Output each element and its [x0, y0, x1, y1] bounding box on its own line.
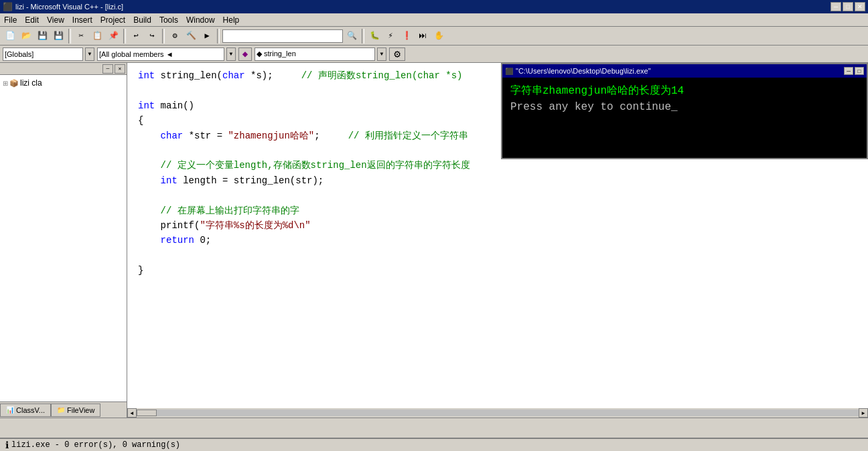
save-button[interactable]: 💾	[35, 29, 50, 43]
output-panel	[0, 418, 868, 438]
app-title: lizi - Microsoft Visual C++ - [lizi.c]	[15, 3, 123, 11]
error-icon[interactable]: ❗	[399, 29, 414, 43]
run-button[interactable]: ▶	[200, 29, 214, 43]
console-output-line2: Press any key to continue_	[510, 99, 859, 115]
code-line-comment2: // 在屏幕上输出打印字符串的字	[138, 203, 857, 218]
console-title-text: "C:\Users\lenovo\Desktop\Debug\lizi.exe"	[516, 67, 651, 75]
build-button[interactable]: 🔨	[184, 29, 198, 43]
next-icon[interactable]: ⏭	[415, 29, 430, 43]
console-icon-box: ⬛	[505, 68, 513, 75]
menu-build[interactable]: Build	[129, 14, 155, 26]
panel-close[interactable]: ✕	[115, 64, 125, 74]
code-line-return: return 0;	[138, 233, 857, 248]
tab-fileview[interactable]: 📁 FileView	[51, 403, 100, 417]
menu-edit[interactable]: Edit	[21, 14, 43, 26]
console-window: ⬛ "C:\Users\lenovo\Desktop\Debug\lizi.ex…	[501, 63, 868, 159]
tree-item-label: lizi cla	[20, 78, 42, 88]
panel-minimize[interactable]: ─	[102, 64, 113, 74]
fileview-label: FileView	[67, 406, 94, 414]
sep2	[123, 29, 126, 43]
find-dropdown[interactable]	[222, 29, 343, 43]
hand-icon[interactable]: ✋	[431, 29, 446, 43]
code-line-comment1: // 定义一个变量length,存储函数string_len返回的字符串的字符长…	[138, 158, 857, 173]
members-dropdown[interactable]: [All global members ◄	[97, 48, 224, 61]
toolbar: 📄 📂 💾 💾 ✂ 📋 📌 ↩ ↪ ⚙ 🔨 ▶ 🔍 🐛 ⚡ ❗ ⏭ ✋	[0, 27, 868, 46]
menu-view[interactable]: View	[43, 14, 68, 26]
sep3	[162, 29, 165, 43]
scroll-left-arrow[interactable]: ◄	[127, 408, 137, 418]
code-line-blank4	[138, 248, 857, 263]
scope-dropdown[interactable]: [Globals]	[3, 48, 83, 61]
status-message: lizi.exe - 0 error(s), 0 warning(s)	[11, 440, 180, 450]
console-title-bar: ⬛ "C:\Users\lenovo\Desktop\Debug\lizi.ex…	[502, 64, 867, 78]
left-panel-content: ⊞ 📦 lizi cla	[0, 75, 127, 91]
code-area[interactable]: int string_len(char *s); // 声明函数string_l…	[127, 63, 868, 418]
app-icon: ⬛	[3, 2, 13, 11]
title-bar: ⬛ lizi - Microsoft Visual C++ - [lizi.c]…	[0, 0, 868, 13]
paste-button[interactable]: 📌	[106, 29, 121, 43]
minimize-button[interactable]: ─	[830, 2, 841, 11]
console-content: 字符串zhamengjun哈哈的长度为14 Press any key to c…	[502, 78, 867, 158]
console-minimize-button[interactable]: ─	[844, 67, 853, 75]
fileview-icon: 📁	[57, 406, 65, 414]
diamond-icon: ◆	[238, 48, 252, 61]
function-dropdown-arrow[interactable]: ▼	[377, 48, 386, 61]
redo-button[interactable]: ↪	[145, 29, 159, 43]
console-controls: ─ □	[844, 67, 864, 75]
scroll-thumb[interactable]	[137, 410, 157, 416]
menu-project[interactable]: Project	[96, 14, 129, 26]
undo-button[interactable]: ↩	[129, 29, 143, 43]
console-icon: ⬛ "C:\Users\lenovo\Desktop\Debug\lizi.ex…	[505, 67, 651, 75]
maximize-button[interactable]: □	[843, 2, 853, 11]
horizontal-scrollbar[interactable]: ◄ ►	[127, 408, 868, 418]
tree-class-icon: 📦	[9, 79, 19, 88]
code-line-printf: printf("字符串%s的长度为%d\n"	[138, 218, 857, 233]
left-panel: ─ ✕ ⊞ 📦 lizi cla 📊 ClassV... 📁 FileView	[0, 63, 127, 418]
title-bar-controls: ─ □ ✕	[830, 2, 865, 11]
open-button[interactable]: 📂	[19, 29, 33, 43]
members-dropdown-arrow[interactable]: ▼	[226, 48, 236, 61]
console-maximize-button[interactable]: □	[855, 67, 864, 75]
menu-bar: File Edit View Insert Project Build Tool…	[0, 13, 868, 27]
step-icon[interactable]: ⚡	[383, 29, 398, 43]
code-line-length: int length = string_len(str);	[138, 173, 857, 188]
new-button[interactable]: 📄	[3, 29, 17, 43]
main-area: ─ ✕ ⊞ 📦 lizi cla 📊 ClassV... 📁 FileView	[0, 63, 868, 418]
tree-expand-icon: ⊞	[3, 80, 8, 87]
tab-classview[interactable]: 📊 ClassV...	[0, 403, 51, 417]
sep4	[217, 29, 220, 43]
cut-button[interactable]: ✂	[74, 29, 88, 43]
menu-help[interactable]: Help	[219, 14, 244, 26]
menu-window[interactable]: Window	[182, 14, 219, 26]
function-dropdown[interactable]: ◆ string_len	[255, 48, 375, 61]
left-panel-header: ─ ✕	[0, 63, 127, 75]
left-panel-footer: 📊 ClassV... 📁 FileView	[0, 401, 127, 418]
scope-dropdown-arrow[interactable]: ▼	[85, 48, 94, 61]
status-icon: ℹ	[5, 440, 9, 451]
classview-icon: 📊	[6, 406, 14, 414]
scroll-right-arrow[interactable]: ►	[859, 408, 868, 418]
dropdowns-bar: [Globals] ▼ [All global members ◄ ▼ ◆ ◆ …	[0, 46, 868, 63]
toolbar-extra-icon[interactable]: ⚙	[389, 48, 405, 61]
find-button[interactable]: 🔍	[344, 29, 359, 43]
code-line-brace-close: }	[138, 263, 857, 278]
sep5	[362, 29, 364, 43]
status-bar: ℹ lizi.exe - 0 error(s), 0 warning(s)	[0, 438, 868, 451]
title-bar-left: ⬛ lizi - Microsoft Visual C++ - [lizi.c]	[3, 2, 123, 11]
scroll-track	[137, 410, 859, 416]
menu-tools[interactable]: Tools	[155, 14, 182, 26]
console-output-line1: 字符串zhamengjun哈哈的长度为14	[510, 83, 859, 99]
close-button[interactable]: ✕	[855, 2, 865, 11]
save-all-button[interactable]: 💾	[51, 29, 66, 43]
menu-insert[interactable]: Insert	[68, 14, 96, 26]
code-line-blank3	[138, 188, 857, 203]
tree-root[interactable]: ⊞ 📦 lizi cla	[3, 78, 124, 88]
menu-file[interactable]: File	[0, 14, 21, 26]
debug-button[interactable]: 🐛	[367, 29, 382, 43]
sep1	[68, 29, 71, 43]
compile-button[interactable]: ⚙	[167, 29, 182, 43]
classview-label: ClassV...	[16, 406, 45, 414]
copy-button[interactable]: 📋	[90, 29, 104, 43]
